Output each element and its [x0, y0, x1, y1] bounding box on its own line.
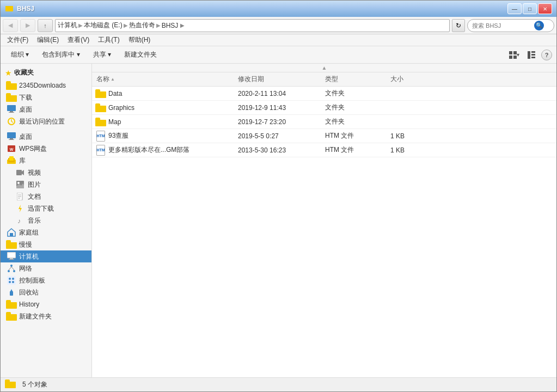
sidebar-item-recycle[interactable]: 回收站 [1, 286, 91, 298]
sidebar-item-desktop-fav[interactable]: 桌面 [1, 103, 91, 115]
sidebar-item-controlpanel[interactable]: 控制面板 [1, 274, 91, 286]
menu-view[interactable]: 查看(V) [63, 34, 94, 46]
sidebar-item-recent[interactable]: 最近访问的位置 [1, 115, 91, 127]
table-row[interactable]: Graphics 2019-12-9 11:43 文件夹 [92, 101, 556, 115]
recycle-icon [7, 288, 16, 297]
file-type-cell: 文件夹 [325, 103, 390, 112]
wps-icon: W [7, 144, 16, 153]
maximize-button[interactable]: □ [523, 3, 537, 14]
menu-file[interactable]: 文件(F) [3, 34, 33, 46]
refresh-button[interactable]: ↻ [452, 19, 465, 32]
sidebar-item-newfolder[interactable]: 新建文件夹 [1, 310, 91, 322]
breadcrumb-part-1[interactable]: 计算机 [58, 21, 77, 30]
sidebar-item-2345downloads[interactable]: 2345Downloads [1, 79, 91, 91]
file-name-cell: Graphics [96, 103, 238, 112]
include-library-button[interactable]: 包含到库中 ▾ [36, 48, 85, 62]
favorites-star-icon: ★ [5, 69, 12, 77]
table-row[interactable]: HTM 更多精彩版本尽在...GM部落 2013-5-30 16:23 HTM … [92, 143, 556, 157]
svg-rect-10 [7, 105, 16, 111]
sidebar-label-desktop-tree: 桌面 [19, 132, 32, 142]
minimize-button[interactable]: — [507, 3, 522, 14]
sidebar-item-doc[interactable]: 文档 [1, 191, 91, 203]
view-toggle-button[interactable]: ▾ [506, 48, 522, 62]
computer-icon [7, 252, 16, 261]
menu-bar: 文件(F) 编辑(E) 查看(V) 工具(T) 帮助(H) [1, 34, 556, 46]
svg-rect-45 [7, 276, 16, 285]
svg-point-48 [9, 281, 11, 283]
svg-point-49 [12, 281, 14, 283]
sidebar-item-manman[interactable]: 慢慢 [1, 238, 91, 250]
sidebar-label-controlpanel: 控制面板 [19, 276, 45, 285]
table-row[interactable]: Map 2019-12-7 23:20 文件夹 [92, 115, 556, 129]
breadcrumb-part-3[interactable]: 热血传奇 [129, 21, 155, 30]
sidebar-item-library[interactable]: 库 [1, 155, 91, 167]
svg-point-40 [10, 265, 13, 267]
sidebar-label-homegroup: 家庭组 [19, 228, 39, 237]
table-row[interactable]: HTM 93查服 2019-5-5 0:27 HTM 文件 1 KB [92, 129, 556, 143]
breadcrumb-part-2[interactable]: 本地磁盘 (E:) [84, 21, 123, 30]
share-button[interactable]: 共享 ▾ [87, 48, 117, 62]
recent-icon [7, 117, 16, 126]
sidebar-label-manman: 慢慢 [19, 240, 32, 249]
breadcrumb-part-4[interactable]: BHSJ [162, 22, 179, 29]
folder-icon-2345 [7, 81, 16, 90]
file-type-cell: 文件夹 [325, 89, 390, 98]
forward-button[interactable]: ▶ [20, 19, 35, 32]
sidebar: ★ 收藏夹 2345Downloads 下载 [1, 64, 92, 377]
header-type[interactable]: 类型 [325, 75, 390, 84]
header-date[interactable]: 修改日期 [238, 75, 325, 84]
library-icon [7, 156, 16, 165]
sidebar-item-video[interactable]: 视频 [1, 167, 91, 179]
search-input[interactable] [472, 22, 532, 29]
title-bar: BHSJ — □ ✕ [1, 1, 556, 17]
sidebar-label-2345downloads: 2345Downloads [19, 82, 66, 89]
search-bar[interactable]: 🔍 [467, 19, 554, 32]
svg-rect-38 [10, 258, 13, 259]
sidebar-label-thunder: 迅雷下载 [28, 204, 54, 213]
svg-rect-16 [7, 132, 16, 138]
address-bar[interactable]: 计算机 ▶ 本地磁盘 (E:) ▶ 热血传奇 ▶ BHSJ ▶ [55, 19, 450, 32]
table-row[interactable]: Data 2020-2-11 13:04 文件夹 [92, 87, 556, 101]
back-button[interactable]: ◀ [3, 19, 18, 32]
sidebar-item-thunder[interactable]: 迅雷下载 [1, 203, 91, 215]
svg-rect-51 [10, 291, 13, 296]
file-date-cell: 2020-2-11 13:04 [238, 90, 325, 97]
sidebar-item-wps[interactable]: W WPS网盘 [1, 143, 91, 155]
sidebar-item-desktop-tree[interactable]: 桌面 [1, 131, 91, 143]
folder-icon-history [7, 300, 16, 309]
menu-edit[interactable]: 编辑(E) [33, 34, 63, 46]
file-list-header: 名称 ▲ 修改日期 类型 大小 [92, 72, 556, 87]
video-icon [16, 168, 25, 177]
menu-help[interactable]: 帮助(H) [124, 34, 155, 46]
sidebar-item-network[interactable]: 网络 [1, 262, 91, 274]
favorites-header[interactable]: ★ 收藏夹 [1, 66, 91, 79]
svg-rect-2 [509, 51, 512, 54]
pane-button[interactable] [524, 48, 539, 62]
up-button[interactable]: ↑ [38, 19, 53, 32]
controlpanel-icon [7, 276, 16, 285]
organize-button[interactable]: 组织 ▾ [5, 48, 35, 62]
svg-rect-23 [9, 156, 14, 161]
header-size[interactable]: 大小 [390, 75, 434, 84]
svg-rect-9 [531, 57, 535, 58]
svg-point-27 [17, 182, 20, 184]
svg-point-46 [9, 278, 11, 280]
svg-point-42 [13, 270, 15, 272]
sort-indicator: ▲ [322, 65, 327, 71]
file-size-cell: 1 KB [390, 132, 434, 140]
sidebar-item-downloads[interactable]: 下载 [1, 91, 91, 103]
sidebar-item-history[interactable]: History [1, 298, 91, 310]
sidebar-item-music[interactable]: ♪ 音乐 [1, 215, 91, 226]
breadcrumb-dropdown-arrow[interactable]: ▶ [180, 22, 185, 28]
search-button[interactable]: 🔍 [534, 21, 544, 30]
file-name: 更多精彩版本尽在...GM部落 [108, 145, 189, 155]
desktop-icon-fav [7, 105, 16, 114]
menu-tools[interactable]: 工具(T) [94, 34, 124, 46]
new-folder-button[interactable]: 新建文件夹 [118, 48, 163, 62]
sidebar-item-computer[interactable]: 计算机 [1, 250, 91, 262]
header-name[interactable]: 名称 ▲ [96, 75, 238, 84]
close-button[interactable]: ✕ [538, 3, 552, 14]
sidebar-item-homegroup[interactable]: 家庭组 [1, 226, 91, 238]
help-button[interactable]: ? [541, 50, 552, 60]
sidebar-item-image[interactable]: 图片 [1, 179, 91, 191]
